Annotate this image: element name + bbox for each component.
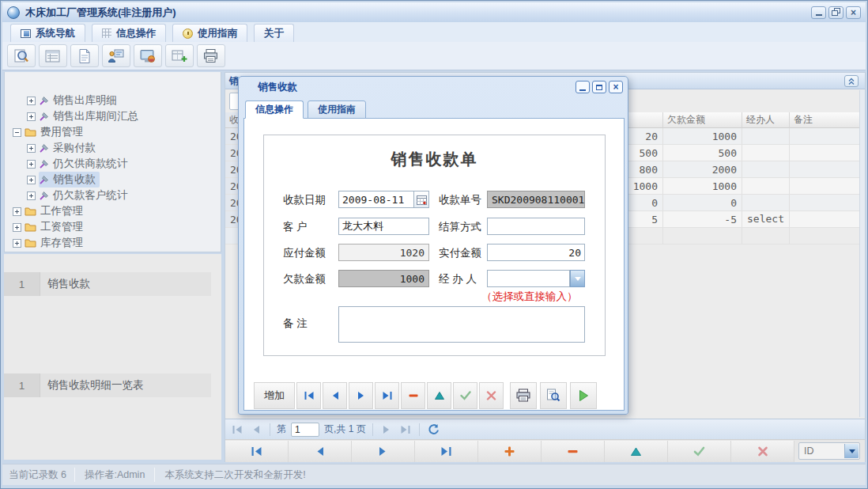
minimize-button[interactable] [811,6,826,19]
record-navigator-bar: ID [225,439,865,462]
folder-icon [25,222,36,232]
search-button[interactable] [7,44,36,67]
tree-item-sales-receipt[interactable]: 销售收款 [5,172,221,188]
chevron-down-icon[interactable] [844,444,859,458]
record-add-button[interactable] [478,441,542,462]
close-button[interactable]: × [846,6,861,19]
first-record-button[interactable] [296,382,321,409]
nav-square-icon [21,29,31,38]
expand-icon[interactable] [13,239,21,248]
sales-receipt-dialog: 销售收款 × 信息操作 使用指南 销售收款单 收款日期 收款单号 SKD2009… [238,76,628,415]
expand-icon[interactable] [27,176,36,184]
receipt-number-label: 收款单号 [439,193,481,207]
search-icon [13,48,30,64]
dialog-tab-info-operation[interactable]: 信息操作 [245,100,304,119]
dialog-minimize-button[interactable] [576,81,590,93]
tree-item-purchase-payment[interactable]: 采购付款 [5,140,221,156]
new-document-button[interactable] [70,44,99,67]
record-cancel-button[interactable] [731,441,794,462]
tree-item-work-management[interactable]: 工作管理 [5,203,221,219]
tool-icon [39,159,49,169]
report-list-item-sales-receipt-detail[interactable]: 1 销售收款明细一览表 [4,373,211,397]
page-number-input[interactable] [291,423,319,437]
icon-toolbar [2,42,866,70]
vertical-scrollbar[interactable] [859,90,865,417]
print-record-button[interactable] [510,382,537,409]
prev-record-button[interactable] [323,382,347,409]
refresh-icon[interactable] [426,423,440,437]
tool-icon [39,112,49,122]
record-first-button[interactable] [225,441,289,462]
paid-input[interactable] [487,244,585,261]
sort-field-select[interactable]: ID [798,442,860,460]
page-next-icon[interactable] [379,423,394,437]
preview-button[interactable] [540,382,567,409]
expand-icon[interactable] [13,207,21,216]
remark-textarea[interactable] [338,306,585,343]
agent-combo-input[interactable] [487,270,570,287]
menu-user-guide[interactable]: 使用指南 [172,24,247,42]
tree-item-expense-management[interactable]: 费用管理 [5,124,221,140]
customer-input[interactable] [338,218,429,235]
agent-chevron-down-icon[interactable] [570,270,585,287]
print-button[interactable] [197,44,225,67]
record-prev-button[interactable] [289,441,352,462]
date-label: 收款日期 [283,193,326,207]
customer-label: 客 户 [283,220,308,234]
add-record-button[interactable]: 增加 [254,382,295,409]
expand-icon[interactable] [27,112,36,121]
expand-icon[interactable] [27,160,36,169]
expand-icon[interactable] [27,144,36,153]
collapse-up-icon[interactable] [844,75,859,87]
expand-icon[interactable] [27,97,36,105]
delete-record-button[interactable] [401,382,425,409]
next-record-button[interactable] [349,382,373,409]
menu-info-operation[interactable]: 信息操作 [92,24,166,42]
expand-icon[interactable] [13,223,21,232]
calendar-icon[interactable] [414,191,429,208]
page-prev-icon[interactable] [249,423,263,437]
receipt-date-input[interactable] [338,191,414,208]
window-list-item-sales-receipt[interactable]: 1 销售收款 [4,272,211,296]
cancel-record-button[interactable] [479,382,504,409]
menu-about[interactable]: 关于 [254,24,294,42]
record-edit-button[interactable] [605,441,668,462]
dialog-close-button[interactable]: × [609,81,623,93]
receipt-number-value: SKD200908110001 [487,191,585,208]
settlement-input[interactable] [487,218,585,235]
column-header-owed[interactable]: 欠款金额 [663,112,742,128]
run-button[interactable] [570,382,597,409]
list-view-button[interactable] [39,44,67,67]
page-last-icon[interactable] [398,423,413,437]
restore-button[interactable] [828,6,843,19]
tree-item-sales-outbound-detail[interactable]: 销售出库明细 [5,93,221,108]
column-header-agent[interactable]: 经办人 [742,112,790,128]
record-next-button[interactable] [352,441,415,462]
record-post-button[interactable] [668,441,731,462]
document-icon [76,48,93,64]
column-header-note[interactable]: 备注 [790,112,862,128]
collapse-icon[interactable] [13,128,21,137]
edit-record-button[interactable] [427,382,451,409]
person-report-button[interactable] [102,44,130,67]
folder-icon [25,238,36,248]
record-delete-button[interactable] [542,441,605,462]
dialog-tab-user-guide[interactable]: 使用指南 [308,100,366,119]
page-first-icon[interactable] [230,423,244,437]
windows-panel: 1 销售收款 [4,254,221,355]
data-add-button[interactable] [165,44,194,67]
tree-item-customer-owed-stats[interactable]: 仍欠款客户统计 [5,188,221,203]
post-record-button[interactable] [453,382,477,409]
menu-system-nav[interactable]: 系统导航 [10,24,85,42]
tree-item-supplier-owed-stats[interactable]: 仍欠供商款统计 [5,156,221,172]
expand-icon[interactable] [27,191,36,200]
record-last-button[interactable] [415,441,478,462]
dialog-maximize-button[interactable] [592,81,606,93]
tree-item-sales-outbound-period[interactable]: 销售出库期间汇总 [5,108,221,124]
tree-item-salary-management[interactable]: 工资管理 [5,219,221,235]
tool-icon [39,143,49,154]
screen-display-button[interactable] [134,44,162,67]
dialog-title-bar[interactable]: 销售收款 × [239,77,628,97]
last-record-button[interactable] [375,382,399,409]
tree-item-inventory-management[interactable]: 库存管理 [5,235,221,251]
